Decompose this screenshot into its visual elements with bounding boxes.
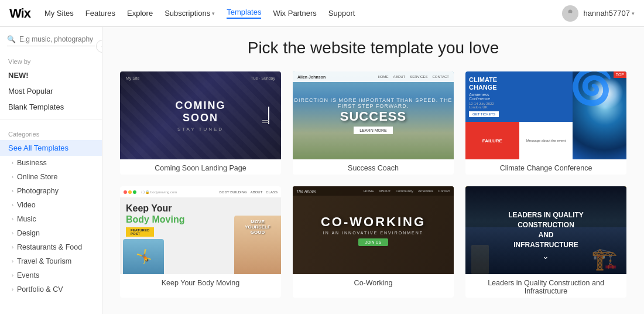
template-thumbnail-fitness: ⟨ ⟩ 🔒 bodymoving.com BODY BUILDING ABOUT… xyxy=(120,186,281,274)
sidebar-item-business[interactable]: › Business xyxy=(0,156,102,170)
sidebar-item-music[interactable]: › Music xyxy=(0,212,102,226)
sidebar-item-online-store[interactable]: › Online Store xyxy=(0,170,102,184)
chevron-right-icon: › xyxy=(12,174,13,180)
sidebar-item-photography[interactable]: › Photography xyxy=(0,184,102,198)
sidebar-item-video[interactable]: › Video xyxy=(0,198,102,212)
template-card-coworking[interactable]: The Annex HOME ABOUT Community Amenities… xyxy=(293,186,454,298)
template-thumbnail-construction: SPHERECONSTRUCTION HOME SERVICES ABOUT P… xyxy=(465,186,626,274)
nav-features[interactable]: Features xyxy=(85,9,115,18)
username-display[interactable]: hannah57707 ▾ xyxy=(583,9,635,18)
chevron-right-icon: › xyxy=(12,216,13,222)
template-label-climate: Climate Change Conference xyxy=(465,159,626,175)
templates-grid: My Site Tue · Sunday COMING SOON STAY TU… xyxy=(120,71,626,298)
page-title: Pick the website template you love xyxy=(120,39,626,57)
sidebar-item-portfolio-cv[interactable]: › Portfolio & CV xyxy=(0,282,102,296)
subscriptions-chevron-icon: ▾ xyxy=(212,11,215,16)
chevron-right-icon: › xyxy=(12,202,13,208)
nav-subscriptions[interactable]: Subscriptions ▾ xyxy=(165,9,215,18)
content-area: Pick the website template you love My Si… xyxy=(102,27,644,314)
sidebar-item-blank-templates[interactable]: Blank Templates xyxy=(0,99,102,115)
user-menu-chevron-icon: ▾ xyxy=(632,11,635,16)
template-card-fitness[interactable]: ⟨ ⟩ 🔒 bodymoving.com BODY BUILDING ABOUT… xyxy=(120,186,281,298)
template-card-success-coach[interactable]: Allen Johnson HOME ABOUT SERVICES CONTAC… xyxy=(293,71,454,175)
sidebar-item-travel-tourism[interactable]: › Travel & Tourism xyxy=(0,254,102,268)
sidebar-collapse-button[interactable]: ‹ xyxy=(96,40,102,53)
chevron-right-icon: › xyxy=(12,188,13,194)
template-thumbnail-success: Allen Johnson HOME ABOUT SERVICES CONTAC… xyxy=(293,71,454,159)
nav-support[interactable]: Support xyxy=(328,9,355,18)
nav-templates[interactable]: Templates xyxy=(227,8,261,19)
sidebar-divider xyxy=(0,120,102,120)
chevron-right-icon: › xyxy=(12,272,13,278)
sidebar-item-design[interactable]: › Design xyxy=(0,226,102,240)
nav-right: hannah57707 ▾ xyxy=(562,5,635,22)
sidebar-item-restaurants-food[interactable]: › Restaurants & Food xyxy=(0,240,102,254)
template-label-construction: Leaders in Quality Construction and Infr… xyxy=(465,274,626,298)
search-icon: 🔍 xyxy=(7,35,16,43)
chevron-right-icon: › xyxy=(12,244,13,250)
wix-logo[interactable]: Wix xyxy=(9,6,30,21)
climate-msg-panel: Message about the event xyxy=(519,122,573,159)
search-input[interactable] xyxy=(19,35,95,43)
template-label-coworking: Co-Working xyxy=(293,274,454,289)
sidebar-item-see-all[interactable]: See All Templates xyxy=(0,140,102,156)
categories-label: Categories xyxy=(0,125,102,140)
chevron-right-icon: › xyxy=(12,230,13,236)
template-card-climate[interactable]: TOP CLIMATECHANGE AwarenessConference 12… xyxy=(465,71,626,175)
nav-wix-partners[interactable]: Wix Partners xyxy=(273,9,316,18)
climate-red-panel: FAILURE xyxy=(465,122,519,159)
template-thumbnail-climate: TOP CLIMATECHANGE AwarenessConference 12… xyxy=(465,71,626,159)
template-label-fitness: Keep Your Body Moving xyxy=(120,274,281,289)
avatar xyxy=(562,5,578,22)
sidebar: ‹ 🔍 View by NEW! Most Popular Blank Temp… xyxy=(0,27,102,314)
chevron-right-icon: › xyxy=(12,160,13,166)
template-label-coming-soon: Coming Soon Landing Page xyxy=(120,159,281,175)
template-card-coming-soon[interactable]: My Site Tue · Sunday COMING SOON STAY TU… xyxy=(120,71,281,175)
template-thumbnail-coworking: The Annex HOME ABOUT Community Amenities… xyxy=(293,186,454,274)
nav-explore[interactable]: Explore xyxy=(127,9,153,18)
main-layout: ‹ 🔍 View by NEW! Most Popular Blank Temp… xyxy=(0,27,644,314)
nav-links: My Sites Features Explore Subscriptions … xyxy=(44,8,549,19)
sidebar-item-new[interactable]: NEW! xyxy=(0,67,102,83)
template-thumbnail-coming-soon: My Site Tue · Sunday COMING SOON STAY TU… xyxy=(120,71,281,159)
template-label-success-coach: Success Coach xyxy=(293,159,454,175)
view-by-label: View by xyxy=(0,52,102,67)
climate-satellite-image xyxy=(573,71,626,159)
sidebar-search-container: 🔍 xyxy=(7,35,95,46)
chevron-right-icon: › xyxy=(12,258,13,264)
climate-badge: TOP xyxy=(614,71,626,78)
template-card-construction[interactable]: SPHERECONSTRUCTION HOME SERVICES ABOUT P… xyxy=(465,186,626,298)
navbar: Wix My Sites Features Explore Subscripti… xyxy=(0,0,644,27)
chevron-right-icon: › xyxy=(12,286,13,292)
sidebar-item-most-popular[interactable]: Most Popular xyxy=(0,83,102,99)
sidebar-item-events[interactable]: › Events xyxy=(0,268,102,282)
nav-my-sites[interactable]: My Sites xyxy=(44,9,74,18)
